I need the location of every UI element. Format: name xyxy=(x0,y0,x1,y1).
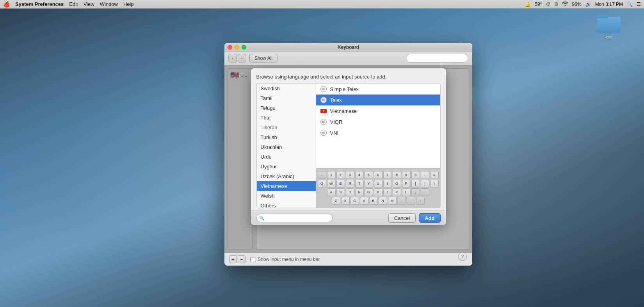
back-button[interactable]: ‹ xyxy=(228,54,237,62)
kb-key-s: S xyxy=(336,188,345,196)
help-button[interactable]: ? xyxy=(458,252,467,261)
lang-tibetan[interactable]: Tibetan xyxy=(257,123,316,132)
input-telex[interactable]: vi Telex xyxy=(316,95,440,105)
kb-key-c: C xyxy=(350,197,359,205)
temp-display: 59° xyxy=(535,2,542,7)
notification-center-icon[interactable]: ☰ xyxy=(637,2,641,7)
lang-others[interactable]: Others xyxy=(257,201,316,208)
kb-key-backtick: ~ xyxy=(318,171,326,179)
kb-key-slash: / xyxy=(416,197,425,205)
keyboard-window-content: 🇺🇸 U... Browse using language and select… xyxy=(224,65,472,253)
window-menu[interactable]: Window xyxy=(100,1,118,7)
kb-key-a: A xyxy=(327,188,336,196)
lang-tamil[interactable]: Tamil xyxy=(257,93,316,103)
keyboard-preview: ~ 1 2 3 4 5 6 7 8 9 0 - xyxy=(316,168,440,208)
help-menu[interactable]: Help xyxy=(123,1,134,7)
input-source-list[interactable]: vi Simple Telex vi Telex xyxy=(316,84,440,168)
vietnamese-label: Vietnamese xyxy=(330,108,357,114)
lang-vietnamese[interactable]: Vietnamese xyxy=(257,181,316,191)
kb-key-1: 1 xyxy=(327,171,336,179)
lang-welsh[interactable]: Welsh xyxy=(257,191,316,201)
kb-key-quote: ' xyxy=(421,188,429,196)
datetime-display: Mon 3:17 PM xyxy=(595,2,623,7)
window-titlebar: Keyboard xyxy=(224,43,472,52)
dialog-overlay: Browse using language and select an inpu… xyxy=(224,65,472,253)
lang-turkish[interactable]: Turkish xyxy=(257,132,316,142)
show-input-menu-checkbox[interactable] xyxy=(250,257,255,262)
input-simple-telex[interactable]: vi Simple Telex xyxy=(316,84,440,95)
kb-key-t: T xyxy=(355,180,364,187)
kb-key-m: M xyxy=(388,197,397,205)
input-vietnamese[interactable]: Vietnamese xyxy=(316,105,440,116)
maximize-button[interactable] xyxy=(242,45,246,50)
lang-ukrainian[interactable]: Ukrainian xyxy=(257,142,316,152)
battery-display: 96% xyxy=(572,2,582,7)
window-footer: + − Show input menu in menu bar ? xyxy=(224,253,472,266)
toolbar: ‹ › Show All 🔍 xyxy=(224,52,472,65)
vni-label: VNI xyxy=(330,130,339,136)
minimize-button[interactable] xyxy=(235,45,239,50)
kb-key-v: V xyxy=(360,197,368,205)
kb-key-2: 2 xyxy=(336,171,345,179)
kb-key-j: J xyxy=(383,188,392,196)
lang-thai[interactable]: Thai xyxy=(257,113,316,123)
dialog-header: Browse using language and select an inpu… xyxy=(251,68,446,83)
cancel-button[interactable]: Cancel xyxy=(388,213,416,223)
lang-uyghur[interactable]: Uyghur xyxy=(257,162,316,171)
simple-telex-icon: vi xyxy=(320,86,327,93)
input-vni[interactable]: vi VNI xyxy=(316,127,440,138)
viqr-icon: vi xyxy=(320,118,327,125)
browse-instruction: Browse using language and select an inpu… xyxy=(256,74,387,80)
vietnamese-flag-icon xyxy=(320,107,327,114)
app-name[interactable]: System Preferences xyxy=(15,1,64,7)
telex-icon: vi xyxy=(320,96,327,104)
search-lang-input[interactable] xyxy=(256,214,333,222)
kb-key-7: 7 xyxy=(383,171,392,179)
lang-swedish[interactable]: Swedish xyxy=(257,84,316,93)
lang-uzbek[interactable]: Uzbek (Arabic) xyxy=(257,171,316,181)
kb-key-g: G xyxy=(365,188,373,196)
vni-icon: vi xyxy=(320,129,327,136)
kb-key-z: Z xyxy=(332,197,340,205)
kb-key-p: P xyxy=(402,180,411,187)
kb-row-3: A S D F G H J K L ; ' xyxy=(318,188,439,196)
language-list[interactable]: Swedish Tamil Telugu Thai Tibetan Turkis… xyxy=(257,84,316,208)
toolbar-search-input[interactable] xyxy=(406,54,468,62)
kb-key-e: E xyxy=(336,180,345,187)
kb-key-q: Q xyxy=(318,180,326,187)
kb-key-lbracket: [ xyxy=(411,180,420,187)
telex-label: Telex xyxy=(330,97,342,103)
kb-key-b: B xyxy=(369,197,378,205)
lang-telugu[interactable]: Telugu xyxy=(257,103,316,113)
wifi-icon xyxy=(562,1,568,7)
remove-input-button[interactable]: − xyxy=(238,255,246,263)
kb-key-equals: = xyxy=(430,171,439,179)
dialog-lists: Swedish Tamil Telugu Thai Tibetan Turkis… xyxy=(256,83,441,208)
kb-key-minus: - xyxy=(421,171,429,179)
close-button[interactable] xyxy=(228,45,232,50)
spotlight-icon[interactable]: 🔍 xyxy=(627,2,633,7)
input-viqr[interactable]: vi VIQR xyxy=(316,116,440,127)
kb-key-5: 5 xyxy=(365,171,373,179)
forward-button[interactable]: › xyxy=(238,54,246,62)
kb-key-backslash: \ xyxy=(430,180,439,187)
dialog-bottom-bar: 🔍 Cancel Add xyxy=(251,211,446,225)
kb-key-0: 0 xyxy=(411,171,420,179)
desktop-folder[interactable]: xxx xyxy=(597,14,621,39)
add-button[interactable]: Add xyxy=(419,213,440,223)
kb-key-6: 6 xyxy=(374,171,382,179)
edit-menu[interactable]: Edit xyxy=(69,1,78,7)
kb-key-4: 4 xyxy=(355,171,364,179)
search-lang-icon: 🔍 xyxy=(259,216,265,221)
kb-row-2: Q W E R T Y U I O P [ ] xyxy=(318,180,439,187)
kb-row-4: Z X C V B N M , . / xyxy=(318,197,439,205)
view-menu[interactable]: View xyxy=(84,1,94,7)
kb-key-w: W xyxy=(327,180,336,187)
apple-menu[interactable]: 🍎 xyxy=(3,1,10,7)
viqr-label: VIQR xyxy=(330,119,343,125)
show-all-button[interactable]: Show All xyxy=(249,54,278,62)
nav-buttons: ‹ › xyxy=(228,54,246,62)
kb-key-d: D xyxy=(346,188,354,196)
add-input-button[interactable]: + xyxy=(229,255,237,263)
lang-urdu[interactable]: Urdu xyxy=(257,152,316,162)
